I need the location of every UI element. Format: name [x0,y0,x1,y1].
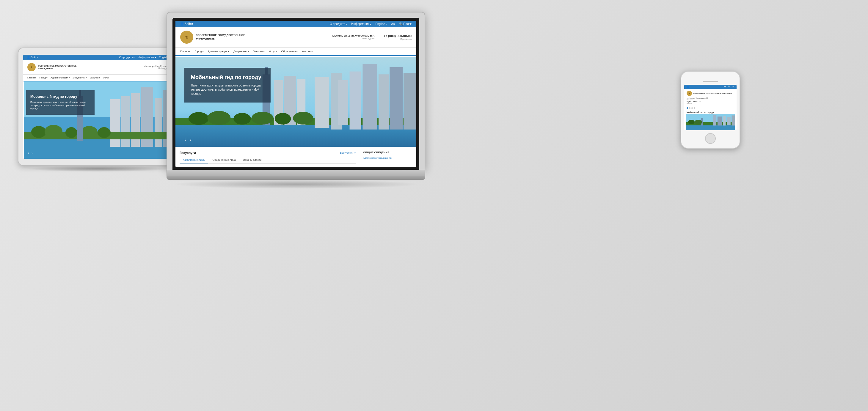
tablet-header: ⚜ СОВРЕМЕННОЕ ГОСУДАРСТВЕННОЕ УЧРЕЖДЕНИЕ… [23,60,173,74]
tablet-topbar: 👤 Войти О продукте Информация English [23,55,173,60]
laptop-next-arrow[interactable]: › [190,136,191,143]
laptop-nav-city[interactable]: Город [194,50,204,53]
tablet-nav-home[interactable]: Главная [27,76,36,79]
user-icon: 👤 [27,56,30,59]
laptop-nav-docs[interactable]: Документы [234,50,249,53]
svg-rect-46 [732,116,735,126]
phone-logo-emblem: ⚜ [687,91,692,96]
laptop-org-name: СОВРЕМЕННОЕ ГОСУДАРСТВЕННОЕ УЧРЕЖДЕНИЕ [196,34,245,40]
laptop-topbar-left: 👤 Войти [180,22,193,26]
laptop-logo-area: ⚜ СОВРЕМЕННОЕ ГОСУДАРСТВЕННОЕ УЧРЕЖДЕНИЕ [180,31,245,44]
laptop-login-button[interactable]: 👤 Войти [180,22,193,26]
tablet-hero-title: Мобильный гид по городу [30,95,90,99]
phone-user-icon: 👤 [687,86,689,88]
svg-point-11 [44,125,62,138]
phone-font-size-button[interactable]: Аа [723,86,726,88]
tablet-nav-admin[interactable]: Администрация [51,76,70,79]
tablet-logo-area: ⚜ СОВРЕМЕННОЕ ГОСУДАРСТВЕННОЕ УЧРЕЖДЕНИЕ [27,63,76,71]
laptop-header: ⚜ СОВРЕМЕННОЕ ГОСУДАРСТВЕННОЕ УЧРЕЖДЕНИЕ… [176,27,416,48]
laptop-screen: 👤 Войти О продукте Информация English Аа… [176,21,416,167]
phone-device: 👤 Аа 🔍 ☰ ⚜ СОВРЕМЕННОЕ ГОСУДАРСТВЕННОЕ У… [681,71,740,149]
svg-rect-45 [727,117,731,125]
tablet-hero-nav: ‹ › [28,151,33,155]
laptop-hero-nav: ‹ › [184,136,191,143]
tablet-device: 👤 Войти О продукте Информация English ⚜ [18,48,178,166]
tablet-prev-arrow[interactable]: ‹ [28,151,29,155]
tablet-info-menu[interactable]: Информация [138,56,156,59]
tablet-hero: Мобильный гид по городу Памятники архите… [23,82,173,159]
phone-menu-button[interactable]: ☰ [733,86,734,88]
laptop-phone-block: +7 (000) 000-00-00 Приемная [383,34,411,40]
laptop-nav-home[interactable]: Главная [180,50,190,53]
svg-rect-42 [713,115,716,126]
phone-contact-info: ул. Красного Текстильщика, 10 Наш адрес … [687,97,734,104]
laptop-services-header: Госуслуги Все услуги > [180,151,355,155]
tablet-nav-services[interactable]: Услуг [103,76,109,79]
laptop-shadow [172,180,420,189]
svg-rect-27 [338,80,348,125]
laptop-device: 👤 Войти О продукте Информация English Аа… [166,12,425,180]
phone-hero-image [684,114,737,130]
laptop-nav-services[interactable]: Услуги [269,50,277,53]
tablet-login-button[interactable]: 👤 Войти [27,56,38,59]
phone-search-button[interactable]: 🔍 [728,86,731,88]
svg-point-12 [65,127,77,138]
svg-rect-22 [378,74,389,129]
phone-home-button[interactable] [705,133,716,144]
laptop-address-block: Москва, ул. 2-ая Хуторская, 38А Наш адре… [333,34,375,40]
laptop-logo-emblem: ⚜ [180,31,193,44]
tablet-org-name: СОВРЕМЕННОЕ ГОСУДАРСТВЕННОЕ УЧРЕЖДЕНИЕ [38,64,76,70]
laptop-info-panel: ОБЩИЕ СВЕДЕНИЯ Административный центр [360,148,416,167]
phone-hero-title: Мобильный гид по городу [684,110,737,114]
user-icon-laptop: 👤 [180,22,184,26]
laptop-nav-purchases[interactable]: Закупки [253,50,265,53]
laptop-tab-legal[interactable]: Юридические лица [208,157,239,163]
laptop-search-button[interactable]: 🔍 Поиск [399,22,412,26]
tablet-topbar-left: 👤 Войти [27,56,38,59]
laptop-body: 👤 Войти О продукте Информация English Аа… [166,12,425,170]
laptop-font-size-button[interactable]: Аа [391,22,395,26]
laptop-topbar-right: О продукте Информация English Аа 🔍 Поиск [330,22,411,26]
tablet-nav-docs[interactable]: Документы [73,76,87,79]
laptop-contact-block: Москва, ул. 2-ая Хуторская, 38А Наш адре… [333,34,411,40]
laptop-info-panel-title: ОБЩИЕ СВЕДЕНИЯ [363,151,413,154]
laptop-nav: Главная Город Администрация Документы За… [176,48,416,56]
svg-point-14 [97,127,111,138]
laptop-nav-admin[interactable]: Администрация [208,50,229,53]
laptop-info-panel-item[interactable]: Административный центр [363,156,413,160]
svg-point-35 [234,113,251,125]
laptop-topbar: 👤 Войти О продукте Информация English Аа… [176,21,416,27]
laptop-nav-contacts[interactable]: Контакты [302,50,313,53]
laptop-hero: Мобильный гид по городу Памятники архите… [176,56,416,148]
laptop-hero-desc: Памятники архитектуры и важные объекты г… [191,84,264,96]
laptop-all-services-link[interactable]: Все услуги > [340,151,355,154]
tablet-body: 👤 Войти О продукте Информация English ⚜ [18,48,178,166]
tablet-logo-emblem: ⚜ [27,63,36,71]
tablet-hero-desc: Памятники архитектуры и важные объекты г… [30,100,90,110]
laptop-services-title: Госуслуги [180,151,196,155]
laptop-prev-arrow[interactable]: ‹ [184,136,186,143]
phone-dot-2 [689,107,690,109]
svg-rect-25 [315,77,329,128]
laptop-info-menu[interactable]: Информация [351,22,371,26]
phone-topbar: 👤 Аа 🔍 ☰ [684,85,737,89]
tablet-nav-purchases[interactable]: Закупки [90,76,100,79]
svg-point-49 [694,120,702,125]
laptop-about-menu[interactable]: О продукте [330,22,347,26]
laptop-nav-complaints[interactable]: Обращения [281,50,298,53]
laptop-tab-individuals[interactable]: Физические лица [180,157,208,163]
phone-topbar-right: Аа 🔍 ☰ [723,86,734,88]
svg-rect-7 [110,99,120,147]
phone-header: ⚜ СОВРЕМЕННОЕ ГОСУДАРСТВЕННОЕ УЧРЕЖДЕНИЕ… [684,89,737,106]
tablet-next-arrow[interactable]: › [32,151,33,155]
laptop-services-area: Госуслуги Все услуги > Физические лица Ю… [176,148,416,167]
tablet-nav-city[interactable]: Город [39,76,48,79]
svg-point-37 [275,113,291,125]
laptop-english-menu[interactable]: English [375,22,387,26]
tablet-about-menu[interactable]: О продукте [119,56,135,59]
laptop-tab-government[interactable]: Органы власти [239,157,265,163]
laptop-foot [166,176,425,180]
phone-hero-svg [684,114,737,130]
phone-dot-1 [687,107,688,109]
tablet-screen: 👤 Войти О продукте Информация English ⚜ [23,55,173,159]
